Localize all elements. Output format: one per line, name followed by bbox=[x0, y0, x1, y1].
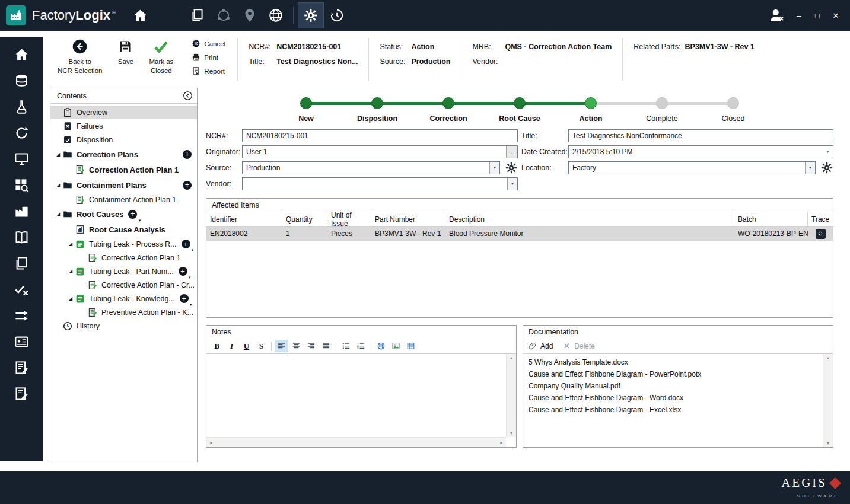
step-circle[interactable] bbox=[656, 97, 668, 109]
expander-icon[interactable]: ◢ bbox=[54, 212, 62, 217]
delete-document-button[interactable]: Delete bbox=[562, 342, 595, 350]
date-created-input[interactable]: 2/15/2018 5:10 PM▼ bbox=[568, 145, 833, 158]
column-header-unit-of-issue[interactable]: Unit of Issue bbox=[327, 212, 371, 226]
history-icon[interactable] bbox=[324, 2, 350, 28]
tree-item-tubing-leak-process-r[interactable]: ◢Tubing Leak - Process R...+▼ bbox=[50, 237, 197, 251]
database-icon[interactable] bbox=[8, 68, 35, 94]
strikethrough-button[interactable]: S bbox=[254, 340, 268, 352]
pages-icon[interactable] bbox=[8, 250, 35, 276]
location-icon[interactable] bbox=[237, 2, 263, 28]
source-dropdown[interactable]: Production▼ bbox=[242, 161, 500, 174]
settings-icon[interactable] bbox=[298, 2, 324, 28]
location-dropdown[interactable]: Factory▼ bbox=[568, 161, 816, 174]
collapse-panel-icon[interactable] bbox=[183, 91, 193, 101]
column-header-batch[interactable]: Batch bbox=[734, 212, 808, 226]
documents-icon[interactable] bbox=[184, 2, 211, 28]
notes-horizontal-scrollbar[interactable]: ◄► bbox=[206, 437, 506, 447]
numbered-list-button[interactable]: 123 bbox=[354, 340, 368, 352]
vendor-dropdown[interactable]: ▼ bbox=[242, 177, 518, 190]
doc-file-item[interactable]: Cause and Effect Fishbone Diagram - Word… bbox=[523, 392, 833, 404]
add-button[interactable]: + bbox=[183, 181, 192, 190]
ncr-input[interactable]: NCM20180215-001 bbox=[242, 129, 518, 142]
tree-item-corrective-action-plan-1[interactable]: Corrective Action Plan 1 bbox=[50, 251, 197, 264]
add-button[interactable]: +▼ bbox=[182, 240, 190, 248]
doc-file-item[interactable]: Cause and Effect Fishbone Diagram - Powe… bbox=[523, 368, 833, 380]
column-header-quantity[interactable]: Quantity bbox=[282, 212, 327, 226]
close-button[interactable]: ✕ bbox=[831, 12, 841, 20]
expander-icon[interactable]: ◢ bbox=[54, 183, 62, 188]
network-icon[interactable] bbox=[211, 2, 237, 28]
tree-item-disposition[interactable]: Disposition bbox=[50, 133, 197, 146]
location-settings-gear-icon[interactable] bbox=[820, 161, 833, 174]
add-button[interactable]: +▼ bbox=[180, 294, 189, 303]
column-header-description[interactable]: Description bbox=[445, 212, 734, 226]
refresh-icon[interactable] bbox=[8, 120, 35, 146]
align-justify-button[interactable] bbox=[319, 340, 333, 352]
hyperlink-button[interactable] bbox=[374, 340, 388, 352]
lab-icon[interactable] bbox=[8, 94, 35, 120]
edit-doc-2-icon[interactable] bbox=[8, 381, 35, 407]
tree-item-tubing-leak-knowledg[interactable]: ◢Tubing Leak - Knowledg...+▼ bbox=[50, 292, 197, 305]
tree-item-root-causes[interactable]: ◢Root Causes+▼ bbox=[50, 206, 197, 222]
tree-item-failures[interactable]: Failures bbox=[50, 119, 197, 133]
expander-icon[interactable]: ◢ bbox=[66, 296, 75, 301]
tree-item-containment-plans[interactable]: ◢Containment Plans+ bbox=[50, 177, 197, 193]
table-button[interactable] bbox=[404, 340, 418, 352]
save-button[interactable]: Save bbox=[117, 36, 133, 88]
tree-item-tubing-leak-part-num[interactable]: ◢Tubing Leak - Part Num...+▼ bbox=[50, 264, 197, 278]
expander-icon[interactable]: ◢ bbox=[66, 241, 75, 247]
scroll-left-icon[interactable]: ◄ bbox=[209, 441, 213, 445]
print-button[interactable]: Print bbox=[192, 53, 225, 62]
card-icon[interactable] bbox=[8, 328, 35, 355]
documentation-scrollbar[interactable]: ▲▼ bbox=[823, 354, 833, 447]
tree-item-correction-plans[interactable]: ◢Correction Plans+ bbox=[50, 146, 197, 162]
user-logout-icon[interactable] bbox=[768, 7, 785, 24]
table-row[interactable]: EN20180021PiecesBP3MV1-3W - Rev 1Blood P… bbox=[206, 227, 833, 241]
column-header-part-number[interactable]: Part Number bbox=[371, 212, 445, 226]
tree-item-overview[interactable]: Overview bbox=[50, 106, 197, 119]
title-input[interactable]: Test Diagnostics NonConformance bbox=[568, 129, 833, 142]
tree-item-correction-action-plan-1[interactable]: Correction Action Plan 1 bbox=[50, 162, 197, 177]
column-header-trace[interactable]: Trace bbox=[808, 212, 833, 226]
doc-file-item[interactable]: Cause and Effect Fishbone Diagram - Exce… bbox=[523, 404, 833, 416]
monitor-icon[interactable] bbox=[8, 146, 35, 172]
add-document-button[interactable]: Add bbox=[529, 342, 553, 350]
edit-doc-icon[interactable] bbox=[8, 355, 35, 381]
add-button[interactable]: +▼ bbox=[128, 210, 137, 219]
cancel-button[interactable]: Cancel bbox=[192, 39, 225, 48]
originator-browse-button[interactable]: … bbox=[506, 146, 517, 158]
tree-item-preventive-action-plan-k[interactable]: Preventive Action Plan - K... bbox=[50, 305, 197, 319]
scroll-down-icon[interactable]: ▼ bbox=[510, 431, 514, 435]
back-to-ncr-selection-button[interactable]: Back toNCR Selection bbox=[58, 36, 102, 88]
doc-file-item[interactable]: 5 Whys Analysis Template.docx bbox=[523, 356, 833, 368]
originator-input[interactable]: User 1… bbox=[242, 145, 518, 158]
check-x-icon[interactable] bbox=[8, 276, 35, 302]
home-icon[interactable] bbox=[8, 42, 35, 68]
image-button[interactable] bbox=[389, 340, 403, 352]
add-button[interactable]: + bbox=[183, 150, 192, 159]
add-button[interactable]: +▼ bbox=[179, 267, 187, 276]
doc-file-item[interactable]: Company Quality Manual.pdf bbox=[523, 380, 833, 392]
scroll-up-icon[interactable]: ▲ bbox=[826, 356, 830, 360]
notes-editor[interactable] bbox=[206, 354, 506, 437]
underline-button[interactable]: U bbox=[240, 340, 253, 352]
minimize-button[interactable]: – bbox=[794, 12, 804, 20]
mark-as-closed-button[interactable]: Mark asClosed bbox=[149, 36, 173, 88]
chevron-down-icon[interactable]: ▼ bbox=[489, 162, 499, 174]
chevron-down-icon[interactable]: ▼ bbox=[805, 162, 815, 174]
notes-vertical-scrollbar[interactable]: ▲▼ bbox=[506, 354, 516, 437]
factory-icon[interactable] bbox=[8, 198, 35, 224]
step-circle[interactable] bbox=[585, 97, 597, 109]
column-header-identifier[interactable]: Identifier bbox=[206, 212, 282, 226]
tree-item-containment-action-plan-1[interactable]: Containment Action Plan 1 bbox=[50, 193, 197, 206]
step-circle[interactable] bbox=[514, 97, 526, 109]
bold-button[interactable]: B bbox=[210, 340, 224, 352]
align-center-button[interactable] bbox=[289, 340, 303, 352]
step-circle[interactable] bbox=[371, 97, 383, 109]
step-circle[interactable] bbox=[300, 97, 312, 109]
flow-icon[interactable] bbox=[8, 302, 35, 328]
scroll-up-icon[interactable]: ▲ bbox=[510, 356, 514, 360]
tree-item-root-cause-analysis[interactable]: Root Cause Analysis bbox=[50, 222, 197, 237]
report-button[interactable]: Report bbox=[192, 66, 225, 75]
maximize-button[interactable]: □ bbox=[813, 12, 822, 20]
